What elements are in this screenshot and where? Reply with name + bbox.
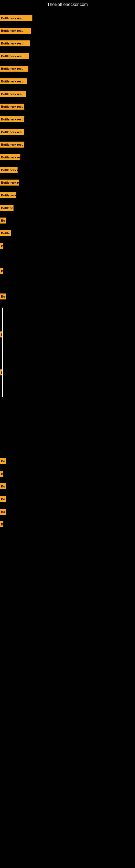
bar-label: Bottleneck re — [0, 154, 20, 160]
bar-label: | — [0, 332, 2, 337]
bar-row: Bottleneck resu — [0, 116, 24, 122]
bar-line — [24, 66, 28, 72]
bar-label: Bo — [0, 484, 6, 489]
bar-row: Bottleneck resu — [0, 91, 26, 97]
bar-row: B — [0, 471, 3, 477]
bar-row: Bottleneck resu — [0, 53, 29, 59]
bar-row: | — [0, 369, 2, 375]
bar-row: B — [0, 268, 3, 274]
bar-line — [24, 53, 29, 59]
bar-label: Bottleneck resu — [0, 40, 24, 46]
bar-label: Bo — [0, 293, 6, 300]
bar-line — [24, 15, 32, 21]
bar-label: B — [0, 521, 3, 527]
bar-label: Bo — [0, 218, 6, 223]
bar-label: B — [0, 471, 3, 477]
bar-row: Bo — [0, 218, 6, 223]
bar-row: | — [0, 332, 2, 337]
bar-label: Bo — [0, 509, 6, 515]
bar-label: Bottleneck resu — [0, 104, 24, 110]
bar-row: Bo — [0, 509, 6, 515]
bar-row: Bo — [0, 496, 6, 502]
bar-row: Bottleneck resu — [0, 40, 30, 46]
bar-label: Bottleneck resu — [0, 66, 24, 72]
bar-label: Bottleneck resu — [0, 91, 24, 97]
bar-row: Bottleneck resu — [0, 79, 27, 84]
bar-row: Bottleneck resu — [0, 66, 28, 72]
bar-row: Bottleneck re — [0, 180, 19, 186]
bar-label: Bottle — [0, 230, 11, 236]
bar-row: Bottleneck r — [0, 192, 16, 198]
bar-row: Bottleneck r — [0, 167, 17, 173]
bar-label: Bottleneck resu — [0, 15, 24, 21]
bar-row: Bo — [0, 293, 6, 300]
bar-row: Bottleneck resu — [0, 129, 24, 135]
bar-label: Bottleneck r — [0, 167, 17, 173]
site-title: TheBottlenecker.com — [0, 0, 135, 9]
bar-label: Bottlene — [0, 205, 13, 211]
bar-label: Bottleneck re — [0, 180, 19, 186]
bar-row: Bo — [0, 484, 6, 489]
bar-row: Bottleneck resu — [0, 28, 31, 34]
bar-label: Bottleneck resu — [0, 116, 24, 122]
bar-row: B — [0, 243, 3, 249]
bar-label: Bottleneck resu — [0, 142, 24, 148]
bar-label: Bottleneck resu — [0, 129, 24, 135]
bar-row: Bottle — [0, 230, 11, 236]
bar-label: Bo — [0, 496, 6, 502]
vertical-line — [2, 348, 3, 397]
bar-line — [24, 28, 31, 34]
bar-label: Bottleneck r — [0, 192, 16, 198]
bar-label: B — [0, 243, 3, 249]
bar-row: Bottleneck re — [0, 154, 20, 160]
bar-row: B — [0, 521, 3, 527]
bar-label: Bottleneck resu — [0, 53, 24, 59]
bar-label: Bottleneck resu — [0, 79, 24, 84]
bar-label: Bo — [0, 458, 6, 464]
bar-row: Bottlene — [0, 205, 13, 211]
bar-row: Bottleneck resu — [0, 15, 32, 21]
bar-line — [24, 40, 30, 46]
bar-row: Bottleneck resu — [0, 142, 24, 148]
bar-row: Bo — [0, 458, 6, 464]
bar-row: Bottleneck resu — [0, 104, 24, 110]
bar-line — [24, 79, 27, 84]
bar-label: B — [0, 268, 3, 274]
bar-line — [24, 91, 26, 97]
bar-label: Bottleneck resu — [0, 28, 24, 34]
bar-label: | — [0, 369, 2, 375]
